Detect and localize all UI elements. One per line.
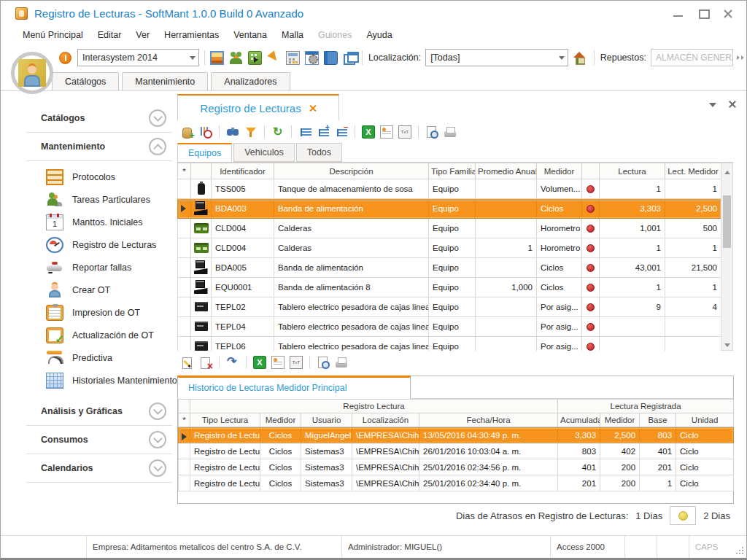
table-row[interactable]: BDA005 Banda de alimentación Equipo Cicl…	[178, 258, 721, 278]
grid-tab[interactable]: Equipos	[177, 143, 232, 162]
sidebar-item[interactable]: Protocolos	[1, 166, 176, 188]
column-header[interactable]: Descripción	[274, 163, 429, 179]
menu-item[interactable]: Ver	[128, 27, 157, 43]
column-header[interactable]: *	[178, 163, 191, 179]
sidebar-item[interactable]: Crear OT	[1, 279, 176, 301]
table-row[interactable]: Registro de Lectura... Ciclos Sistemas3 …	[179, 459, 734, 475]
toolbar-button[interactable]	[398, 125, 411, 139]
table-row[interactable]: BDA003 Banda de alimentación Equipo Cicl…	[178, 199, 721, 219]
grid-tab[interactable]: Vehiculos	[233, 143, 295, 162]
repuestos-field[interactable]: ALMACÉN GENERAL	[651, 49, 733, 66]
table-row[interactable]: EQU0001 Banda de alimentación 8 Equipo 1…	[178, 278, 721, 298]
sidebar-item[interactable]: Tareas Particulares	[1, 188, 176, 211]
toolbar-button[interactable]	[244, 125, 258, 139]
toolbar-button[interactable]	[290, 125, 293, 138]
menu-item[interactable]: Guiones	[311, 27, 360, 43]
column-header[interactable]: Localización	[352, 413, 419, 427]
toolbar-button[interactable]	[199, 356, 212, 369]
sidebar-item[interactable]: Predictiva	[1, 346, 176, 369]
grid-tab[interactable]: Todos	[296, 143, 342, 162]
sidebar-section-calendarios[interactable]: Calendarios	[26, 454, 172, 483]
column-header[interactable]: Identificador	[212, 163, 274, 179]
table-row[interactable]: TEPL02 Tablero electrico pesadora de caj…	[178, 298, 721, 317]
toolbar-button[interactable]	[343, 51, 357, 65]
toolbar-button[interactable]	[324, 51, 338, 65]
toolbar-button[interactable]	[181, 125, 194, 139]
column-header[interactable]: Medidor	[260, 413, 301, 427]
column-header[interactable]: Acumulada	[558, 413, 600, 427]
toolbar-button[interactable]	[286, 51, 300, 65]
column-header[interactable]: Lect. Medidor	[665, 163, 721, 179]
scroll-up-icon[interactable]	[721, 163, 732, 175]
toolbar-button[interactable]	[229, 51, 243, 65]
toolbar-button[interactable]	[417, 125, 420, 138]
table-row[interactable]: Registro de Lectura... Ciclos Sistemas3 …	[179, 475, 734, 491]
minimize-icon[interactable]	[670, 6, 686, 20]
toolbar-button[interactable]	[263, 125, 266, 138]
menu-item[interactable]: Herramientas	[157, 27, 226, 43]
toolbar-button[interactable]	[199, 125, 212, 139]
toolbar-button[interactable]	[217, 125, 221, 138]
document-tab[interactable]: Registro de Lecturas	[177, 94, 339, 120]
column-header[interactable]: Base	[640, 413, 676, 427]
toolbar-button[interactable]	[271, 356, 285, 369]
chevron-up-circle-icon[interactable]	[149, 138, 166, 155]
close-icon[interactable]	[720, 6, 736, 20]
close-tab-icon[interactable]	[309, 104, 317, 112]
toolbar-button[interactable]	[362, 125, 375, 139]
toolbar-button[interactable]	[248, 51, 262, 65]
tab-list-chevron-icon[interactable]	[709, 101, 716, 108]
ribbon-tab[interactable]: Analizadores	[211, 72, 290, 90]
table-row[interactable]: TEPL04 Tablero electrico pesadora de caj…	[178, 317, 721, 337]
table-row[interactable]: TSS005 Tanque de almacenamiento de sosa …	[178, 179, 721, 199]
chevron-down-icon[interactable]	[556, 50, 568, 66]
toolbar-button[interactable]	[317, 356, 330, 369]
table-row[interactable]: Registro de Lectura... Ciclos Sistemas3 …	[179, 443, 734, 459]
toolbar-button[interactable]	[298, 125, 311, 139]
sidebar-item[interactable]: Reportar fallas	[1, 256, 176, 279]
menu-item[interactable]: Ventana	[226, 27, 274, 43]
toolbar-button[interactable]	[210, 51, 224, 65]
toolbar-button[interactable]	[308, 356, 311, 368]
chevron-down-circle-icon[interactable]	[149, 459, 166, 477]
home-icon[interactable]	[573, 51, 586, 65]
resize-grip-icon[interactable]	[735, 546, 744, 555]
column-header[interactable]: Tipo Lectura	[190, 413, 260, 427]
column-header[interactable]: Tipo Familia	[429, 163, 476, 179]
user-avatar[interactable]	[11, 52, 53, 94]
chevron-down-circle-icon[interactable]	[149, 109, 166, 127]
toolbar-button[interactable]	[217, 356, 221, 368]
toolbar-button[interactable]	[267, 51, 281, 65]
column-header[interactable]: Medidor	[600, 413, 640, 427]
toolbar-button[interactable]	[425, 125, 438, 139]
vertical-scrollbar[interactable]	[721, 163, 733, 351]
toolbar-button[interactable]	[253, 356, 266, 369]
chevron-down-circle-icon[interactable]	[149, 431, 166, 448]
table-row[interactable]: TEPL06 Tablero electrico pesadora de caj…	[178, 337, 721, 351]
column-header[interactable]: *	[179, 413, 190, 427]
table-row[interactable]: Registro de Lectura... Ciclos MiguelAnge…	[179, 427, 734, 443]
column-header[interactable]	[582, 163, 600, 179]
toolbar-button[interactable]	[305, 51, 319, 65]
sidebar-item[interactable]: Registro de Lecturas	[1, 233, 176, 256]
chevron-down-icon[interactable]	[187, 50, 198, 66]
column-header[interactable]: Unidad	[676, 413, 734, 427]
column-header[interactable]: Usuario	[301, 413, 352, 427]
column-header[interactable]: Promedio Anual	[476, 163, 537, 179]
localizacion-combo[interactable]: [Todas]	[425, 49, 568, 66]
more-icon[interactable]	[735, 50, 746, 65]
sidebar-item[interactable]: Actualización de OT	[1, 324, 176, 346]
sidebar-item[interactable]: Impresion de OT	[1, 301, 176, 324]
sidebar-section-mantenimiento[interactable]: Mantenimiento	[26, 133, 172, 161]
sidebar-section-catalogos[interactable]: Catálogos	[26, 104, 172, 133]
toolbar-button[interactable]	[380, 125, 393, 139]
chevron-down-circle-icon[interactable]	[149, 402, 166, 420]
toolbar-button[interactable]	[271, 125, 285, 139]
sidebar-item[interactable]: Historiales Mantenimiento	[1, 369, 176, 392]
toolbar-button[interactable]	[353, 125, 357, 138]
table-row[interactable]: CLD004 Calderas Equipo 1 Horometro 1 1	[178, 238, 721, 258]
toolbar-button[interactable]	[181, 356, 194, 369]
toolbar-button[interactable]	[226, 356, 239, 369]
scrollbar-thumb[interactable]	[723, 195, 731, 248]
sidebar-section-analisis[interactable]: Análisis y Gráficas	[26, 397, 172, 426]
